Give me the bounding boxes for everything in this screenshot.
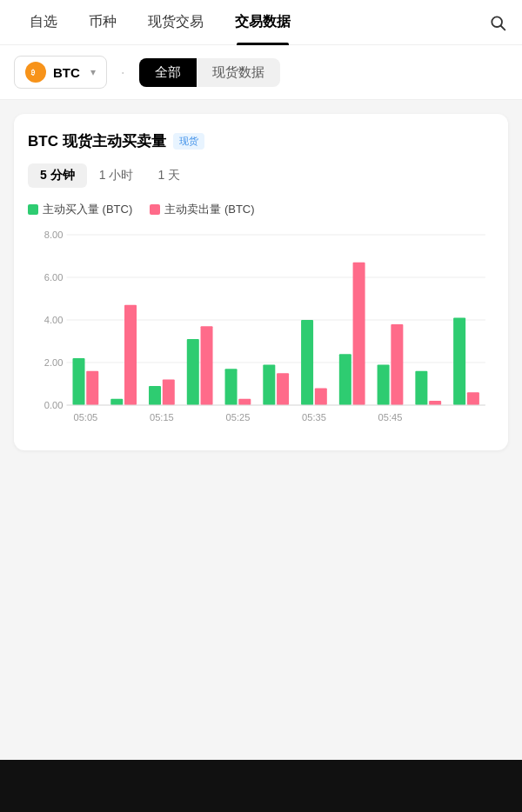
svg-rect-34 (467, 392, 479, 405)
svg-rect-17 (149, 386, 161, 405)
nav-item-watchlist[interactable]: 自选 (14, 0, 73, 45)
svg-rect-32 (429, 401, 441, 405)
legend-buy-dot (28, 204, 38, 215)
nav-item-spot-trading[interactable]: 现货交易 (132, 0, 219, 45)
chart-card: BTC 现货主动买卖量 现货 5 分钟 1 小时 1 天 主动买入量 (BTC)… (14, 114, 508, 450)
nav-item-trade-data[interactable]: 交易数据 (219, 0, 306, 45)
spot-badge: 现货 (173, 133, 204, 150)
svg-rect-33 (453, 318, 465, 405)
chart-title-row: BTC 现货主动买卖量 现货 (28, 131, 494, 151)
legend-sell-label: 主动卖出量 (BTC) (164, 202, 254, 217)
time-tab-1day[interactable]: 1 天 (145, 163, 192, 188)
legend-buy: 主动买入量 (BTC) (28, 202, 132, 217)
svg-rect-24 (277, 373, 289, 405)
nav-label-spot-trading: 现货交易 (148, 13, 204, 31)
svg-rect-30 (391, 324, 403, 405)
top-navigation: 自选 币种 现货交易 交易数据 (0, 0, 522, 45)
divider: · (121, 63, 125, 82)
nav-label-watchlist: 自选 (30, 13, 57, 31)
svg-text:6.00: 6.00 (44, 272, 64, 283)
svg-rect-31 (415, 371, 427, 405)
time-tabs: 5 分钟 1 小时 1 天 (28, 163, 494, 188)
svg-rect-22 (238, 399, 251, 405)
svg-rect-25 (301, 320, 313, 405)
svg-rect-18 (163, 380, 175, 405)
nav-items: 自选 币种 现货交易 交易数据 (14, 0, 487, 45)
svg-text:05:35: 05:35 (302, 412, 326, 423)
svg-line-1 (501, 25, 505, 30)
time-tab-1hour[interactable]: 1 小时 (87, 163, 146, 188)
svg-rect-26 (315, 388, 327, 405)
svg-text:05:15: 05:15 (150, 412, 174, 423)
chart-title: BTC 现货主动买卖量 (28, 131, 166, 151)
svg-rect-14 (86, 371, 98, 405)
svg-text:4.00: 4.00 (44, 315, 64, 325)
chevron-down-icon: ▾ (90, 66, 96, 78)
svg-rect-16 (124, 305, 137, 405)
currency-selector[interactable]: ₿ BTC ▾ (14, 56, 107, 89)
svg-text:05:45: 05:45 (378, 412, 403, 423)
svg-text:₿: ₿ (30, 69, 36, 77)
main-content: BTC 现货主动买卖量 现货 5 分钟 1 小时 1 天 主动买入量 (BTC)… (0, 100, 522, 464)
bar-chart-svg: 0.002.004.006.008.0005:0505:1505:2505:35… (28, 228, 494, 436)
svg-text:05:25: 05:25 (226, 412, 251, 423)
btc-icon: ₿ (25, 62, 46, 83)
svg-text:05:05: 05:05 (73, 412, 97, 423)
svg-rect-21 (225, 369, 238, 405)
nav-item-coins[interactable]: 币种 (73, 0, 132, 45)
search-icon (489, 14, 506, 31)
chart-legend: 主动买入量 (BTC) 主动卖出量 (BTC) (28, 202, 494, 217)
svg-rect-13 (73, 358, 85, 405)
currency-label: BTC (53, 65, 80, 80)
svg-rect-20 (201, 326, 213, 405)
tab-spot-data[interactable]: 现货数据 (197, 58, 280, 87)
svg-text:8.00: 8.00 (44, 230, 64, 240)
svg-rect-19 (187, 339, 199, 405)
filter-row: ₿ BTC ▾ · 全部 现货数据 (0, 45, 522, 100)
legend-buy-label: 主动买入量 (BTC) (43, 202, 132, 217)
nav-label-coins: 币种 (89, 13, 117, 31)
svg-rect-28 (353, 263, 365, 405)
chart-area: 0.002.004.006.008.0005:0505:1505:2505:35… (28, 228, 494, 436)
svg-rect-23 (263, 364, 275, 405)
legend-sell: 主动卖出量 (BTC) (150, 202, 254, 217)
svg-text:2.00: 2.00 (44, 357, 64, 368)
bottom-bar (0, 760, 522, 812)
btc-symbol-icon: ₿ (30, 66, 42, 78)
nav-label-trade-data: 交易数据 (235, 13, 291, 31)
svg-text:0.00: 0.00 (44, 400, 64, 410)
svg-rect-15 (110, 399, 123, 405)
legend-sell-dot (150, 204, 160, 215)
search-button[interactable] (487, 12, 508, 33)
tab-all[interactable]: 全部 (139, 58, 197, 87)
svg-rect-27 (339, 354, 351, 405)
time-tab-5min[interactable]: 5 分钟 (28, 163, 87, 188)
filter-tab-group: 全部 现货数据 (139, 58, 280, 87)
svg-rect-29 (378, 364, 390, 405)
